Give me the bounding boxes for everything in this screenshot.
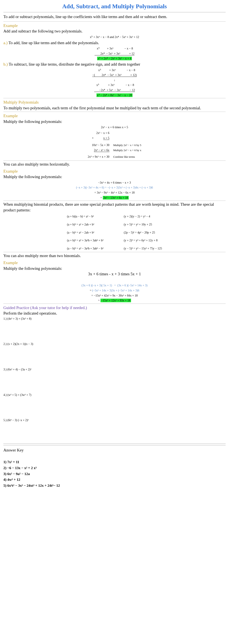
ans3-num: 3) xyxy=(3,472,7,476)
problem-2: 2.) (x + 2)(2x + 1)(x − 3) xyxy=(3,342,226,346)
sp5b: (y − 5)³ = y³ − 15y² + 75y − 125 xyxy=(122,246,164,251)
answer-key-heading: Answer Key xyxy=(3,448,226,453)
divider xyxy=(3,22,226,22)
ex4-eq4: = xyxy=(98,299,100,302)
ans1: 7x² + 11 xyxy=(7,460,19,464)
mv-note2: Multiply 2x² − x + 6 by x xyxy=(112,148,143,152)
guided-sub: Perform the indicated operations. xyxy=(3,310,226,316)
example-heading: Example xyxy=(3,23,226,29)
add-line1: x⁵ + 3x³ − x − 8 xyxy=(3,46,226,51)
mv-line3: 10x² − 5x + 30 xyxy=(86,143,111,148)
ex4-line1b: (−5x² + 14x + 3) xyxy=(128,284,147,287)
sp1b: (y + 2)(y − 2) = y² − 4 xyxy=(122,214,164,219)
more-binomials-text: You can also multiply more than two bino… xyxy=(3,253,226,259)
add-result: x⁵ + 2x⁴ − 2x³ + 3x² − x + 4 xyxy=(97,57,132,60)
example1-a: a.) To add, line up like terms and then … xyxy=(3,40,226,46)
example-heading: Example xyxy=(3,260,226,266)
a-label: a.) xyxy=(3,40,8,45)
example-heading: Example xyxy=(3,168,226,174)
divider xyxy=(3,200,226,201)
divider xyxy=(3,12,226,12)
mv-line1: 2x² − x + 6 xyxy=(86,131,111,136)
sub-result: x⁵ − 2x⁴ + 8x³ − 3x² − x − 20 xyxy=(96,94,133,97)
example3-prompt: Multiply the following polynomials: xyxy=(3,174,226,180)
sp2b: (y + 5)² = y² + 10y + 25 xyxy=(122,222,164,227)
sp4a: (a + b)³ = a³ + 3a²b + 3ab² + b³ xyxy=(65,238,105,243)
mv-line5: 2x³ + 9x² + x + 30 xyxy=(86,154,111,159)
ans1-num: 1) xyxy=(3,460,7,464)
special-intro: When multiplying binomial products, ther… xyxy=(3,202,226,213)
special-products-table: (a + b)(a − b) = a² − b²(y + 2)(y − 2) =… xyxy=(65,214,164,251)
guided-heading: Guided Practice (Ask your tutor for help… xyxy=(3,305,226,311)
divider xyxy=(3,304,226,304)
horizontal-text: You can also multiply terms horizontally… xyxy=(3,162,226,167)
sp2a: (a + b)² = a² + 2ab + b² xyxy=(65,222,105,227)
sp3a: (a − b)² = a² − 2ab + b² xyxy=(65,230,105,235)
example1-b: b.) To subtract, line up like terms, dis… xyxy=(3,62,226,67)
problem-1: 1.) (4x² + 3) + (3x² + 8) xyxy=(3,317,226,321)
page-title: Add, Subtract, and Multiply Polynomials xyxy=(3,2,226,10)
ans2: −6 − 13x − x² + 2 x³ xyxy=(7,466,36,470)
ex3-eq: = xyxy=(100,196,103,199)
example1-prompt: Add and subtract the following two polyn… xyxy=(3,28,226,34)
ex4-line1a: (3x + 6 )(−x + 3)( 5x + 1) = (3x + 6 ) xyxy=(82,284,128,287)
divider xyxy=(3,445,226,445)
ex3-result: 3x³ − 13x² + 6x + 18 xyxy=(103,196,129,200)
problem-5: 5.) (6t² − 3) (−x + 2)² xyxy=(3,418,226,422)
example4-expr: 3x + 6 times - x + 3 times 5x + 1 xyxy=(3,271,226,277)
ex3-line2: = 3x³ − 9x² − 4x² + 12x − 6x + 18 xyxy=(3,190,226,195)
example3-expr: −3x² + 4x + 6 times − x + 3 xyxy=(3,181,226,185)
b-label: b.) xyxy=(3,62,9,66)
example1-polynomials: x⁵ + 3x³ − x − 8 and 2x⁴ − 5x³ + 3x² + 1… xyxy=(3,35,226,39)
problem-4: 4.) (w² + 5) + (3w² + 7) xyxy=(3,393,226,397)
mv-note1: Multiply 2x² − x + 6 by 5 xyxy=(112,143,143,148)
a-text: To add, line up like terms and then add … xyxy=(8,40,99,45)
example2-prompt: Multiply the following polynomials: xyxy=(3,119,226,124)
sp3b: (2p − 5)² = 4p² − 20p + 25 xyxy=(122,230,164,235)
ans3: 6x² − 9a² − 12a xyxy=(7,472,30,476)
sp1a: (a + b)(a − b) = a² − b² xyxy=(65,214,105,219)
ex3-line1b: −(−x + 3)3x² + (−x + 3)4x + (−x + 3)6 xyxy=(107,186,153,189)
mv-note3: Combine like terms xyxy=(112,154,143,159)
ans5: 6x²t² − 3x² − 24xt² + 12x + 24t²− 12 xyxy=(7,484,60,488)
ans5-num: 5) xyxy=(3,484,7,488)
sp4b: (y + 2)³ = y³ + 6y² + 12y + 8 xyxy=(122,238,164,243)
ans2-num: 2) xyxy=(3,466,7,470)
add-line2: 2x⁴ − 5x³ + 3x² + 12 xyxy=(95,52,135,56)
ans4: 4w² + 12 xyxy=(7,478,20,482)
sp5a: (a − b)³ = a³ − 3a²b + 3ab² − b³ xyxy=(65,246,105,251)
multiply-heading: Multiply Polynomials xyxy=(3,100,226,105)
ex3-line1a: (−x + 3)(−3x² + 4x + 6) = xyxy=(76,186,107,189)
example-heading: Example xyxy=(3,113,226,119)
example4-prompt: Multiply the following polynomials: xyxy=(3,266,226,272)
ans4-num: 4) xyxy=(3,478,7,482)
divider xyxy=(3,98,226,98)
ex4-result: −15x³ + 12x² + 93x + 18 xyxy=(100,299,131,302)
problem-3: 3.) (6x² + 4) − (3a + 2)² xyxy=(3,368,226,372)
sub-line2: −( 2x⁴ − 5x³ + 3x² + 12) xyxy=(92,74,137,77)
ex4-line3: = −15x³ + 42x² + 9x − 30x² + 84x + 18 xyxy=(3,294,226,298)
mv-times: × xyxy=(92,136,94,140)
divider xyxy=(3,252,226,252)
sub-arrow: ↓ xyxy=(3,78,226,82)
mv-line4: 2x³ − x² + 6x xyxy=(94,148,109,152)
sub-line1: x⁵ + 3x³ − x − 8 xyxy=(3,68,226,72)
b-text: To subtract, line up like terms, distrib… xyxy=(9,62,140,66)
ex4-eq2: = xyxy=(90,289,92,292)
divider xyxy=(3,160,226,161)
multiply-vertical-table: 2x² − x + 6 × x + 5 10x² − 5x + 30Multip… xyxy=(86,130,143,160)
sub-line3: x⁵ + 3x³ − x − 8 xyxy=(3,83,226,87)
multiply-intro: To multiply two polynomials, each term o… xyxy=(3,105,226,111)
sub-line4: −2x⁴ + 5x³ − 3x² − 12 xyxy=(94,88,135,92)
intro-text: To add or subtract polynomials, line up … xyxy=(3,14,226,20)
example2-expr: 2x² − x + 6 times x + 5 xyxy=(3,125,226,130)
mv-line2: x + 5 xyxy=(103,136,109,140)
ex4-line2b: (−5x² + 14x + 3)3x + (−5x² + 14x + 3)6 xyxy=(92,289,139,292)
